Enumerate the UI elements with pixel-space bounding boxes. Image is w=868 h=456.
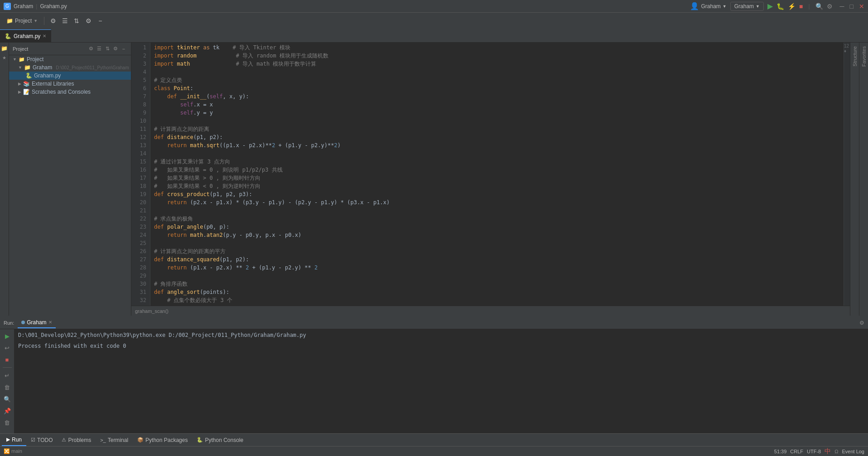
tree-project-root[interactable]: ▼ 📁 Project <box>9 55 131 63</box>
settings-icon[interactable]: ⚙ <box>827 3 833 10</box>
event-log[interactable]: Event Log <box>842 449 864 454</box>
todo-tab-text: TODO <box>37 437 53 443</box>
code-line-2: import random # 导入 random 模块用于生成随机数 <box>154 52 840 60</box>
code-line-13: return math.sqrt((p1.x - p2.x)**2 + (p1.… <box>154 141 840 149</box>
sort-btn[interactable]: ⇅ <box>72 16 82 26</box>
run-config[interactable]: Graham ▼ <box>730 2 764 11</box>
run-main: ▶ ↩ ■ ↵ 🗑 🔍 📌 🗑 D:\001_Develop\022_Pytho… <box>0 329 868 433</box>
panel-minus-btn[interactable]: − <box>120 45 127 53</box>
list-btn[interactable]: ☰ <box>60 16 70 26</box>
project-panel: Project ⚙ ☰ ⇅ ⚙ − ▼ 📁 Project ▼ 📁 Graham… <box>9 43 131 316</box>
status-omega: Ω <box>834 449 838 454</box>
title-file: Graham.py <box>40 3 67 10</box>
run-tab-close[interactable]: ✕ <box>48 320 52 325</box>
bottom-tab-run[interactable]: ▶ Run <box>2 434 26 446</box>
minimize-btn[interactable]: ─ <box>840 3 844 10</box>
minus-btn[interactable]: − <box>95 16 105 26</box>
maximize-btn[interactable]: □ <box>850 3 854 10</box>
panel-list-btn[interactable]: ☰ <box>96 45 103 53</box>
tree-graham-py[interactable]: 🐍 Graham.py <box>9 72 131 80</box>
editor-breadcrumb: graham_scan() <box>131 306 850 316</box>
run-play-btn[interactable]: ▶ <box>2 331 12 341</box>
code-line-11: # 计算两点之间的距离 <box>154 125 840 133</box>
favorites-sidebar[interactable]: Favorites <box>859 43 868 316</box>
run-toolbar: ▶ ↩ ■ ↵ 🗑 🔍 📌 🗑 <box>0 329 14 433</box>
ext-lib-chevron-icon: ▶ <box>18 82 21 86</box>
bookmark-side-icon[interactable]: ★ <box>0 53 9 62</box>
status-bar: 🔀 main 51:39 CRLF UTF-8 中 Ω Event Log <box>0 446 868 456</box>
run-wrap-btn[interactable]: ↵ <box>2 370 12 380</box>
profile-label: Graham <box>701 3 720 10</box>
breadcrumb-label: graham_scan() <box>135 308 169 314</box>
settings-btn[interactable]: ⚙ <box>48 16 58 26</box>
line-numbers: 1234567891011121314151617181920212223242… <box>131 43 150 306</box>
run-pin-btn[interactable]: 📌 <box>2 406 12 416</box>
bottom-tab-todo[interactable]: ☑ TODO <box>26 434 57 446</box>
run-tab-graham[interactable]: Graham ✕ <box>18 317 55 328</box>
run-stop-btn[interactable]: ■ <box>2 355 12 365</box>
bottom-tab-python-packages[interactable]: 📦 Python Packages <box>133 434 192 446</box>
run-panel-label: Run: <box>4 320 14 326</box>
tab-graham-py[interactable]: 🐍 Graham.py ✕ <box>0 29 51 42</box>
code-line-18: # 如果叉乘结果 < 0 , 则为逆时针方向 <box>154 182 840 190</box>
coverage-icon[interactable]: ⚡ <box>788 3 796 10</box>
tab-close-btn[interactable]: ✕ <box>43 34 46 38</box>
structure-sidebar[interactable]: Structure <box>850 43 859 316</box>
status-line-ending[interactable]: CRLF <box>790 449 803 454</box>
folder-chevron-icon: ▼ <box>18 65 22 70</box>
favorites-label[interactable]: Favorites <box>861 43 867 70</box>
scratches-icon: 📝 <box>23 89 30 95</box>
gear-btn[interactable]: ⚙ <box>83 16 93 26</box>
structure-label[interactable]: Structure <box>852 43 858 70</box>
toolbar-sep-1 <box>44 17 44 25</box>
project-side-icon[interactable]: 📁 <box>0 44 9 53</box>
bottom-tabs-bar: ▶ Run ☑ TODO ⚠ Problems >_ Terminal 📦 Py… <box>0 433 868 446</box>
code-line-25 <box>154 239 840 247</box>
problems-tab-text: Problems <box>68 437 91 443</box>
panel-gear-btn[interactable]: ⚙ <box>112 45 119 53</box>
title-app: Graham <box>14 3 33 10</box>
bottom-tab-python-console[interactable]: 🐍 Python Console <box>192 434 248 446</box>
code-line-4 <box>154 68 840 76</box>
run-panel-header: Run: Graham ✕ ⚙ <box>0 317 868 329</box>
graham-folder-icon: 📁 <box>24 64 31 71</box>
run-rerun-btn[interactable]: ↩ <box>2 343 12 353</box>
panel-sort-btn[interactable]: ⇅ <box>104 45 111 53</box>
main-toolbar: 📁 Project ▼ ⚙ ☰ ⇅ ⚙ − <box>0 13 868 29</box>
line-info: 12 ♦ <box>844 43 849 53</box>
code-line-31: def angle_sort(points): <box>154 288 840 296</box>
panel-header: Project ⚙ ☰ ⇅ ⚙ − <box>9 43 131 55</box>
panel-title: Project <box>13 46 28 52</box>
code-lines[interactable]: import tkinter as tk # 导入 Tkinter 模块impo… <box>150 43 844 306</box>
close-btn[interactable]: ✕ <box>859 3 864 10</box>
tree-external-libs[interactable]: ▶ 📚 External Libraries <box>9 80 131 88</box>
search-icon[interactable]: 🔍 <box>815 3 823 10</box>
run-trash-btn[interactable]: 🗑 <box>2 418 12 427</box>
panel-settings-btn[interactable]: ⚙ <box>87 45 95 53</box>
stop-icon[interactable]: ■ <box>799 3 803 10</box>
tree-scratches[interactable]: ▶ 📝 Scratches and Consoles <box>9 88 131 96</box>
profile-area[interactable]: 👤 Graham ▼ <box>690 2 726 10</box>
code-line-20: return (p2.x - p1.x) * (p3.y - p1.y) - (… <box>154 198 840 206</box>
graham-folder-path: D:\002_Project\011_Python\Graham <box>56 65 129 70</box>
debug-icon[interactable]: 🐛 <box>776 3 784 10</box>
python-packages-tab-icon: 📦 <box>137 437 144 443</box>
run-filter-btn[interactable]: 🔍 <box>2 394 12 404</box>
run-settings-gear[interactable]: ⚙ <box>859 320 864 326</box>
run-icon[interactable]: ▶ <box>767 2 773 10</box>
code-line-3: import math # 导入 math 模块用于数学计算 <box>154 60 840 68</box>
run-output: D:\001_Develop\022_Python\Python39\pytho… <box>14 329 868 433</box>
tree-graham-folder[interactable]: ▼ 📁 Graham D:\002_Project\011_Python\Gra… <box>9 63 131 72</box>
status-position[interactable]: 51:39 <box>774 449 787 454</box>
terminal-tab-text: Terminal <box>108 437 128 443</box>
code-line-8: self.x = x <box>154 101 840 109</box>
code-line-10 <box>154 117 840 125</box>
graham-py-label: Graham.py <box>34 72 61 79</box>
bottom-tab-terminal[interactable]: >_ Terminal <box>96 434 133 446</box>
bottom-tab-problems[interactable]: ⚠ Problems <box>57 434 96 446</box>
run-clear-btn[interactable]: 🗑 <box>2 382 12 392</box>
run-tab-text: Run <box>12 437 22 443</box>
panel-toolbar: ⚙ ☰ ⇅ ⚙ − <box>87 45 127 53</box>
code-line-30: # 角排序函数 <box>154 280 840 288</box>
code-line-22: # 求点集的极角 <box>154 215 840 223</box>
